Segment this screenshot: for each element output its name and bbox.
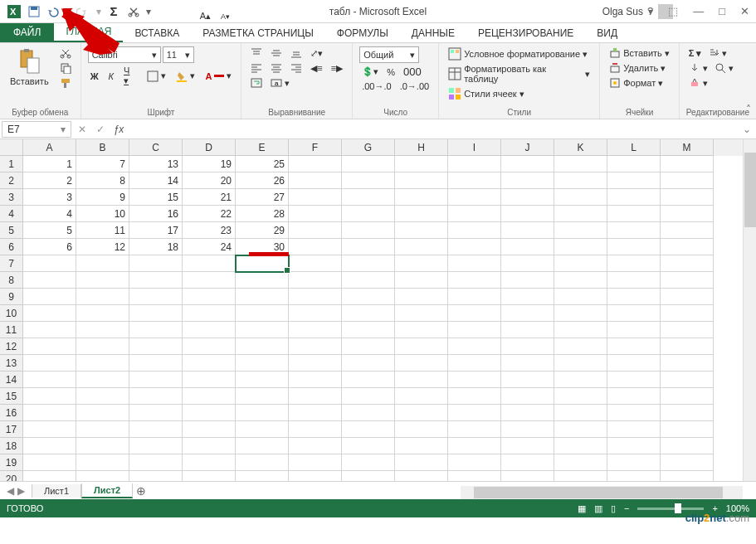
cell[interactable]	[129, 255, 183, 272]
cell[interactable]	[23, 388, 76, 405]
cell[interactable]	[289, 289, 342, 305]
cell[interactable]	[395, 305, 448, 322]
view-page-break-icon[interactable]: ▯	[611, 503, 616, 514]
cell[interactable]	[129, 421, 183, 438]
row-header[interactable]: 7	[0, 255, 23, 272]
cell[interactable]	[76, 405, 129, 421]
border-button[interactable]: ▾	[144, 70, 168, 83]
cell[interactable]	[501, 471, 554, 481]
cell[interactable]	[554, 172, 607, 189]
cell[interactable]	[661, 189, 714, 206]
cell[interactable]	[448, 189, 501, 206]
name-box[interactable]: E7▾	[2, 121, 71, 138]
cell[interactable]	[129, 454, 183, 471]
insert-cells-button[interactable]: Вставить ▾	[607, 46, 672, 60]
cell[interactable]	[76, 355, 129, 372]
cell[interactable]	[448, 272, 501, 289]
cell[interactable]	[289, 421, 342, 438]
cell[interactable]	[448, 421, 501, 438]
cell[interactable]	[23, 338, 76, 355]
column-header[interactable]: M	[661, 139, 714, 156]
cell[interactable]	[661, 471, 714, 481]
cell[interactable]	[289, 189, 342, 206]
cell[interactable]	[129, 338, 183, 355]
row-header[interactable]: 4	[0, 206, 23, 222]
cell[interactable]: 7	[76, 156, 129, 172]
cell[interactable]	[554, 189, 607, 206]
row-header[interactable]: 18	[0, 438, 23, 454]
fill-color-button[interactable]: ▾	[173, 70, 198, 83]
cell[interactable]: 19	[183, 156, 236, 172]
italic-button[interactable]: К	[106, 70, 116, 82]
cell[interactable]	[554, 355, 607, 372]
cell[interactable]	[661, 289, 714, 305]
cell[interactable]	[501, 405, 554, 421]
autosum-icon[interactable]: Σ	[105, 2, 123, 21]
cell[interactable]	[661, 222, 714, 239]
cell[interactable]	[183, 272, 236, 289]
increase-font-button[interactable]: A▴	[198, 10, 213, 22]
tab-home[interactable]: ГЛАВНАЯ	[54, 22, 123, 42]
cell[interactable]	[501, 172, 554, 189]
cell[interactable]: 2	[23, 172, 76, 189]
cell[interactable]	[607, 322, 661, 338]
sheet-nav-next-icon[interactable]: ▶	[17, 485, 25, 497]
cell[interactable]	[395, 222, 448, 239]
cell[interactable]	[395, 421, 448, 438]
enter-formula-icon[interactable]: ✓	[91, 121, 110, 138]
row-header[interactable]: 2	[0, 172, 23, 189]
cell[interactable]	[183, 405, 236, 421]
cell[interactable]: 22	[183, 206, 236, 222]
increase-decimal-button[interactable]: .00→.0	[359, 80, 393, 92]
merge-center-button[interactable]: a▾	[268, 76, 292, 90]
cell[interactable]	[554, 272, 607, 289]
new-sheet-button[interactable]: ⊕	[133, 484, 149, 498]
cell[interactable]	[448, 355, 501, 372]
cell[interactable]	[554, 222, 607, 239]
cell[interactable]	[76, 421, 129, 438]
cell[interactable]	[289, 272, 342, 289]
cell[interactable]	[501, 355, 554, 372]
cell[interactable]	[289, 156, 342, 172]
cut-icon[interactable]	[124, 2, 143, 21]
cell[interactable]	[76, 338, 129, 355]
cell[interactable]	[183, 454, 236, 471]
cell[interactable]	[342, 322, 395, 338]
cell[interactable]	[448, 255, 501, 272]
cell[interactable]	[129, 355, 183, 372]
help-icon[interactable]: ?	[644, 5, 656, 17]
autosum-button[interactable]: Σ ▾	[686, 47, 705, 60]
cell[interactable]	[554, 438, 607, 454]
cell[interactable]	[23, 454, 76, 471]
font-size-select[interactable]: 11▾	[163, 46, 194, 63]
cell[interactable]: 3	[23, 189, 76, 206]
cell[interactable]	[183, 255, 236, 272]
cell[interactable]	[661, 388, 714, 405]
cell[interactable]	[554, 322, 607, 338]
cell[interactable]	[448, 305, 501, 322]
view-normal-icon[interactable]: ▦	[578, 503, 586, 514]
cell[interactable]	[661, 454, 714, 471]
cell[interactable]	[448, 372, 501, 388]
cell[interactable]	[554, 471, 607, 481]
cell[interactable]	[501, 438, 554, 454]
cell[interactable]	[236, 355, 289, 372]
cell[interactable]	[607, 239, 661, 255]
redo-dropdown-icon[interactable]: ▾	[95, 2, 103, 21]
bold-button[interactable]: Ж	[88, 70, 101, 82]
cell[interactable]	[183, 305, 236, 322]
cut-button[interactable]	[57, 46, 74, 60]
cell[interactable]	[129, 388, 183, 405]
row-header[interactable]: 1	[0, 156, 23, 172]
cell[interactable]	[395, 255, 448, 272]
cell[interactable]	[289, 206, 342, 222]
cell[interactable]	[289, 305, 342, 322]
cell[interactable]: 20	[183, 172, 236, 189]
column-header[interactable]: A	[23, 139, 76, 156]
fill-button[interactable]: ▾	[686, 61, 710, 75]
tab-file[interactable]: ФАЙЛ	[0, 22, 54, 42]
cell[interactable]	[448, 172, 501, 189]
sheet-tab-2[interactable]: Лист2	[81, 483, 133, 498]
cell[interactable]	[236, 305, 289, 322]
cell[interactable]: 23	[183, 222, 236, 239]
